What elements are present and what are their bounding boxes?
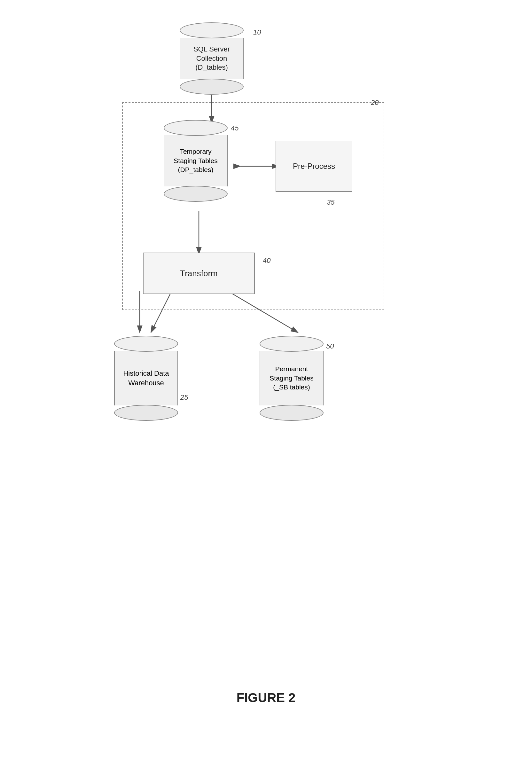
sql-server-bottom-ellipse xyxy=(180,79,244,95)
diagram-area: SQL Server Collection (D_tables) 10 20 T… xyxy=(90,13,442,684)
permanent-staging-body: Permanent Staging Tables (_SB tables) xyxy=(260,351,324,405)
figure-caption: FIGURE 2 xyxy=(237,691,295,705)
ref-10: 10 xyxy=(253,28,261,36)
historical-dw-body: Historical Data Warehouse xyxy=(114,351,178,405)
historical-dw-top-ellipse xyxy=(114,336,178,352)
sql-server-body: SQL Server Collection (D_tables) xyxy=(180,38,244,79)
temp-staging-top-ellipse xyxy=(164,120,228,136)
historical-dw-bottom-ellipse xyxy=(114,405,178,421)
ref-40: 40 xyxy=(263,256,270,265)
ref-35: 35 xyxy=(327,198,334,207)
permanent-staging-cylinder: Permanent Staging Tables (_SB tables) xyxy=(253,336,330,421)
temp-staging-bottom-ellipse xyxy=(164,186,228,202)
historical-dw-label: Historical Data Warehouse xyxy=(118,369,174,388)
permanent-staging-label: Permanent Staging Tables (_SB tables) xyxy=(263,364,320,392)
pre-process-label: Pre-Process xyxy=(293,162,335,171)
temp-staging-body: Temporary Staging Tables (DP_tables) xyxy=(164,135,228,186)
permanent-staging-top-ellipse xyxy=(260,336,324,352)
permanent-staging-bottom-ellipse xyxy=(260,405,324,421)
ref-50: 50 xyxy=(326,342,334,350)
page: SQL Server Collection (D_tables) 10 20 T… xyxy=(0,0,532,768)
ref-45: 45 xyxy=(231,124,239,132)
historical-dw-cylinder: Historical Data Warehouse xyxy=(108,336,184,421)
sql-server-label: SQL Server Collection (D_tables) xyxy=(186,45,237,72)
ref-25: 25 xyxy=(180,393,188,402)
temp-staging-label: Temporary Staging Tables (DP_tables) xyxy=(168,147,224,174)
transform-box: Transform xyxy=(143,253,255,294)
transform-label: Transform xyxy=(180,269,218,278)
temp-staging-cylinder: Temporary Staging Tables (DP_tables) xyxy=(157,120,234,202)
pre-process-box: Pre-Process xyxy=(276,141,352,192)
sql-server-cylinder: SQL Server Collection (D_tables) xyxy=(173,22,250,95)
ref-20: 20 xyxy=(371,98,379,107)
sql-server-top-ellipse xyxy=(180,22,244,38)
